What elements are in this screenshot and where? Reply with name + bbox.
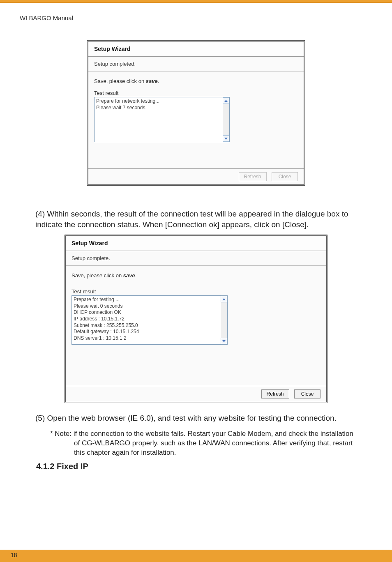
scroll-down-button[interactable] [223, 135, 229, 142]
wizard1-test-label: Test result [94, 90, 298, 96]
wizard2-textarea[interactable]: Prepare for testing ... Please wait 0 se… [71, 295, 228, 345]
note-paragraph: * Note: if the connection to the website… [50, 429, 356, 458]
scroll-up-button[interactable] [223, 97, 229, 104]
section-heading-4-1-2: 4.1.2 Fixed IP [36, 462, 372, 471]
wizard2-footer: Refresh Close [66, 386, 326, 402]
refresh-button: Refresh [239, 172, 267, 181]
wizard1-save-line: Save, please click on save. [94, 78, 298, 84]
wizard2-title: Setup Wizard [66, 236, 326, 251]
setup-wizard-box-2: Setup Wizard Setup complete. Save, pleas… [65, 235, 327, 403]
wizard1-textarea[interactable]: Prepare for network testing... Please wa… [94, 97, 230, 142]
paragraph-5: (5) Open the web browser (IE 6.0), and t… [35, 413, 357, 424]
save-suffix2: . [135, 272, 137, 279]
page-number: 18 [11, 552, 17, 558]
wizard1-textarea-content: Prepare for network testing... Please wa… [95, 97, 223, 142]
wizard2-textarea-content: Prepare for testing ... Please wait 0 se… [72, 296, 221, 344]
wizard2-save-line: Save, please click on save. [71, 272, 321, 279]
triangle-down-icon [222, 340, 226, 342]
refresh-button-2[interactable]: Refresh [261, 389, 289, 398]
close-button-2[interactable]: Close [294, 389, 321, 398]
save-prefix2: Save, please click on [71, 272, 123, 279]
wizard1-title: Setup Wizard [88, 41, 304, 57]
wizard1-footer: Refresh Close [88, 168, 304, 184]
top-accent-bar [0, 0, 392, 3]
save-word: save [146, 78, 158, 84]
para4-prefix: (4) [35, 210, 47, 218]
page-footer-bar: 18 [0, 550, 392, 562]
scroll-up-button-2[interactable] [221, 296, 227, 302]
manual-header: WLBARGO Manual [20, 14, 372, 21]
para5-text: Open the web browser (IE 6.0), and test … [47, 414, 337, 422]
setup-wizard-box-1: Setup Wizard Setup completed. Save, plea… [87, 40, 305, 186]
paragraph-4: (4) Within seconds, the result of the co… [35, 209, 357, 230]
close-button: Close [272, 172, 298, 181]
page-content: WLBARGO Manual Setup Wizard Setup comple… [0, 3, 392, 471]
wizard1-scrollbar[interactable] [223, 97, 229, 142]
save-prefix: Save, please click on [94, 78, 146, 84]
para5-prefix: (5) [35, 414, 47, 422]
triangle-down-icon [224, 138, 228, 140]
wizard1-body: Save, please click on save. Test result … [88, 71, 304, 168]
wizard2-subtitle: Setup complete. [66, 251, 326, 266]
wizard1-subtitle: Setup completed. [88, 57, 304, 71]
triangle-up-icon [224, 100, 228, 102]
triangle-up-icon [222, 298, 226, 300]
save-word2: save [123, 272, 135, 279]
scroll-down-button-2[interactable] [221, 338, 227, 344]
wizard2-body: Save, please click on save. Test result … [66, 266, 326, 386]
wizard2-scrollbar[interactable] [221, 296, 227, 344]
para4-text: Within seconds, the result of the connec… [35, 210, 348, 229]
save-suffix: . [158, 78, 159, 84]
wizard2-test-label: Test result [71, 288, 321, 295]
